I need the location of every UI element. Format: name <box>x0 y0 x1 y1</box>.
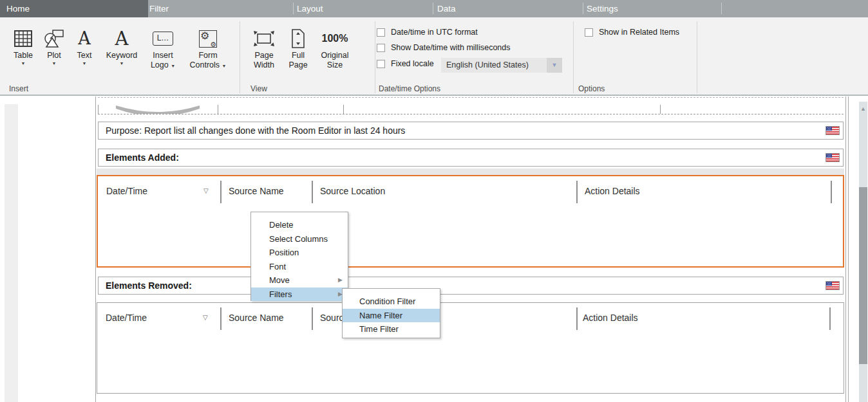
scrolled-logo-fragment[interactable] <box>98 97 844 114</box>
page-width-button[interactable]: Page Width <box>247 24 281 85</box>
menu-item-font[interactable]: Font <box>251 260 348 274</box>
table-top-handle[interactable] <box>97 169 844 175</box>
filters-submenu: Condition Filter Name Filter Time Filter <box>342 288 440 338</box>
document-left-border <box>95 96 96 402</box>
ribbon-tab-bar: Home Filter Layout Data Settings <box>0 0 868 17</box>
logo-swoosh-icon <box>116 105 200 114</box>
table-grid-icon <box>6 26 40 51</box>
column-separator[interactable] <box>576 181 578 203</box>
keyword-button[interactable]: A Keyword ▼ <box>100 24 143 85</box>
menu-item-position[interactable]: Position <box>251 246 348 260</box>
fragment-cell-separator <box>660 105 661 114</box>
us-flag-icon <box>826 153 840 165</box>
fixed-locale-checkbox[interactable] <box>377 60 385 68</box>
scrollbar-thumb[interactable] <box>859 187 867 364</box>
plot-button-label: Plot <box>40 51 68 60</box>
locale-dropdown[interactable]: English (United States) ▼ <box>441 58 562 73</box>
full-page-icon <box>281 26 315 51</box>
milliseconds-label: Show Date/time with milliseconds <box>391 43 511 52</box>
group-separator <box>240 21 240 93</box>
column-separator[interactable] <box>576 307 578 330</box>
column-header-action-details[interactable]: Action Details <box>585 186 640 196</box>
column-separator[interactable] <box>220 307 222 330</box>
locale-dropdown-arrow-button[interactable]: ▼ <box>547 58 562 73</box>
chevron-down-icon: ▼ <box>68 60 100 66</box>
left-margin-strip <box>5 104 18 402</box>
tab-layout[interactable]: Layout <box>297 0 323 17</box>
context-menu: Delete Select Columns Position Font Move… <box>250 212 348 301</box>
column-header-source-name[interactable]: Source Name <box>229 186 284 196</box>
insert-logo-label-line2: Logo ▼ <box>143 60 183 70</box>
full-page-button[interactable]: Full Page <box>281 24 315 85</box>
group-separator <box>573 21 574 93</box>
column-sort-arrow-icon[interactable]: ▽ <box>203 187 209 194</box>
logo-placeholder-icon: L… <box>153 32 173 46</box>
menu-item-condition-filter[interactable]: Condition Filter <box>343 295 440 309</box>
fragment-cell-separator <box>218 105 218 114</box>
vertical-scrollbar[interactable]: ▲ <box>859 102 867 402</box>
tab-separator <box>433 3 433 14</box>
table-button[interactable]: Table ▼ <box>6 24 40 85</box>
column-header-action-details[interactable]: Action Details <box>583 313 638 323</box>
menu-item-move[interactable]: Move ▶ <box>251 273 348 288</box>
form-controls-gear-icon: ⚙ ⚙ <box>199 30 217 48</box>
elements-removed-row[interactable]: Elements Removed: <box>98 277 844 295</box>
show-related-items-checkbox[interactable] <box>585 28 593 37</box>
datetime-group-label: Date/time Options <box>379 84 440 93</box>
full-page-label-line1: Full <box>281 51 315 60</box>
form-controls-button[interactable]: ⚙ ⚙ Form Controls ▼ <box>183 24 233 85</box>
fragment-cell-separator <box>343 105 344 114</box>
original-size-label-line1: Original <box>315 51 355 60</box>
page-width-label-line1: Page <box>247 51 281 60</box>
keyword-letter-icon: A <box>115 29 129 48</box>
column-separator[interactable] <box>312 307 313 330</box>
original-size-button[interactable]: 100% Original Size <box>315 24 355 85</box>
menu-item-delete[interactable]: Delete <box>251 218 348 232</box>
column-separator[interactable] <box>831 181 832 203</box>
milliseconds-checkbox[interactable] <box>377 44 385 52</box>
scroll-up-arrow-icon[interactable]: ▲ <box>859 105 867 112</box>
elements-added-table[interactable]: Date/Time ▽ Source Name Source Location … <box>97 175 844 268</box>
group-separator <box>375 21 375 93</box>
locale-dropdown-value: English (United States) <box>446 58 529 73</box>
page-width-label-line2: Width <box>247 60 281 70</box>
column-separator[interactable] <box>312 181 313 203</box>
show-related-items-label: Show in Related Items <box>599 28 679 37</box>
column-header-datetime[interactable]: Date/Time <box>106 313 147 323</box>
purpose-row[interactable]: Purpose: Report list all changes done wi… <box>98 122 844 140</box>
full-page-label-line2: Page <box>281 60 315 70</box>
tab-separator <box>583 3 583 14</box>
table-button-label: Table <box>6 51 40 60</box>
column-header-datetime[interactable]: Date/Time <box>106 186 147 196</box>
us-flag-icon <box>826 126 840 138</box>
menu-item-time-filter[interactable]: Time Filter <box>343 322 440 336</box>
keyword-button-label: Keyword <box>100 51 143 60</box>
elements-added-heading: Elements Added: <box>106 149 179 167</box>
column-sort-arrow-icon[interactable]: ▽ <box>203 314 208 321</box>
column-header-source-name[interactable]: Source Name <box>229 313 284 323</box>
tab-home[interactable]: Home <box>0 0 148 17</box>
menu-item-filters[interactable]: Filters ▶ <box>251 288 348 302</box>
app-window: Home Filter Layout Data Settings <box>0 0 868 402</box>
menu-item-name-filter[interactable]: Name Filter <box>343 309 440 323</box>
column-header-source-location[interactable]: Source Location <box>320 186 385 196</box>
fixed-locale-label: Fixed locale <box>391 59 434 68</box>
utc-format-checkbox[interactable] <box>377 28 385 37</box>
insert-logo-button[interactable]: L… Insert Logo ▼ <box>143 24 183 85</box>
column-separator[interactable] <box>829 307 831 330</box>
tab-filter[interactable]: Filter <box>149 0 169 17</box>
column-separator[interactable] <box>220 181 222 203</box>
menu-item-filters-label: Filters <box>269 289 292 299</box>
plot-button[interactable]: Plot ▼ <box>40 24 68 85</box>
tab-separator <box>721 3 722 14</box>
tab-settings[interactable]: Settings <box>587 0 618 17</box>
tab-data[interactable]: Data <box>437 0 456 17</box>
text-button[interactable]: A Text ▼ <box>68 24 100 85</box>
options-group-label: Options <box>578 84 605 93</box>
chevron-down-icon: ▼ <box>100 60 143 66</box>
tab-separator <box>293 3 294 14</box>
menu-item-select-columns[interactable]: Select Columns <box>251 232 348 246</box>
text-letter-icon: A <box>78 29 91 48</box>
elements-removed-table[interactable]: Date/Time ▽ Source Name Source Location … <box>97 302 844 394</box>
elements-added-row[interactable]: Elements Added: <box>98 149 844 167</box>
